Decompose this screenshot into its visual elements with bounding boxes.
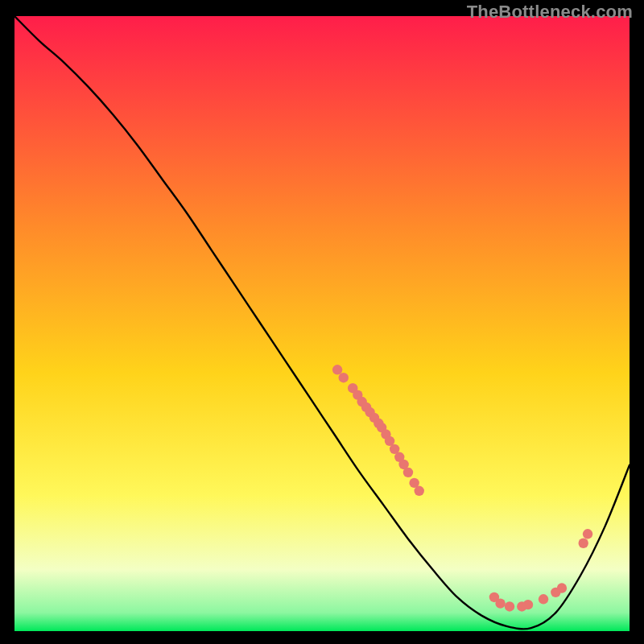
data-dot	[579, 539, 588, 548]
bottleneck-chart	[14, 16, 630, 631]
chart-frame	[14, 16, 630, 631]
data-dot	[332, 365, 342, 374]
data-dot	[495, 598, 505, 608]
data-dot	[557, 583, 567, 592]
data-dot	[583, 529, 592, 539]
data-dot	[539, 594, 548, 604]
data-dot	[339, 373, 349, 382]
data-dot	[403, 468, 413, 477]
data-dot	[505, 601, 514, 611]
watermark-text: TheBottleneck.com	[467, 2, 633, 23]
data-dot	[523, 600, 533, 609]
data-dot	[415, 486, 424, 496]
